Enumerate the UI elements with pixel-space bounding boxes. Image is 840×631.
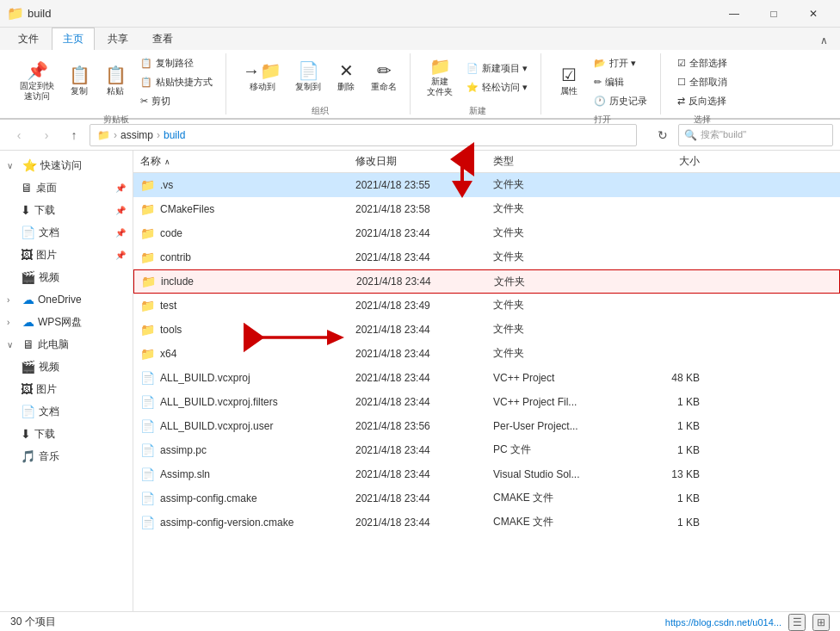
pin-to-quick-access-button[interactable]: 📌 固定到快速访问 <box>14 58 60 106</box>
sidebar-item-documents2[interactable]: 📄 文档 <box>0 400 133 423</box>
title-text: build <box>28 7 711 20</box>
new-item-icon: 📄 <box>466 63 479 74</box>
select-all-button[interactable]: ☑ 全部选择 <box>671 53 733 72</box>
file-row[interactable]: 📁x642021/4/18 23:44文件夹 <box>133 342 840 366</box>
file-row[interactable]: 📄Assimp.sln2021/4/18 23:44Visual Studio … <box>133 462 840 486</box>
file-date: 2021/4/18 23:44 <box>355 227 493 239</box>
sidebar-item-this-pc[interactable]: ∨ 🖥 此电脑 <box>0 333 133 356</box>
file-icon: 📄 <box>140 492 155 505</box>
file-row[interactable]: 📄ALL_BUILD.vcxproj.user2021/4/18 23:56Pe… <box>133 414 840 438</box>
file-row[interactable]: 📁contrib2021/4/18 23:44文件夹 <box>133 245 840 269</box>
tab-view[interactable]: 查看 <box>141 28 184 50</box>
file-row[interactable]: 📁include2021/4/18 23:44文件夹 <box>133 269 840 294</box>
tab-file[interactable]: 文件 <box>7 28 50 50</box>
file-row[interactable]: 📄assimp.pc2021/4/18 23:44PC 文件1 KB <box>133 438 840 462</box>
header-type[interactable]: 类型 <box>493 154 631 169</box>
file-row[interactable]: 📁.vs2021/4/18 23:55文件夹 <box>133 173 840 197</box>
sidebar-item-onedrive[interactable]: › ☁ OneDrive <box>0 288 133 311</box>
header-size[interactable]: 大小 <box>631 154 700 169</box>
open-small-btns: 📂 打开 ▾ ✏ 编辑 🕐 历史记录 <box>588 53 653 110</box>
close-button[interactable]: ✕ <box>794 0 833 28</box>
file-row[interactable]: 📄assimp-config-version.cmake2021/4/18 23… <box>133 510 840 535</box>
invert-selection-button[interactable]: ⇄ 反向选择 <box>671 91 733 110</box>
file-type: CMAKE 文件 <box>493 491 631 505</box>
file-name: x64 <box>160 348 341 360</box>
open-button[interactable]: 📂 打开 ▾ <box>588 53 653 72</box>
wps-icon: ☁ <box>22 315 34 329</box>
breadcrumb-build[interactable]: build <box>164 129 185 141</box>
sidebar-item-wps[interactable]: › ☁ WPS网盘 <box>0 311 133 333</box>
cut-button[interactable]: ✂ 剪切 <box>134 91 219 110</box>
file-row[interactable]: 📁test2021/4/18 23:49文件夹 <box>133 294 840 318</box>
delete-button[interactable]: ✕ 删除 <box>329 53 363 102</box>
file-row[interactable]: 📄ALL_BUILD.vcxproj.filters2021/4/18 23:4… <box>133 390 840 414</box>
main-area: ∨ ⭐ 快速访问 🖥 桌面 📌 ⬇ 下载 📌 📄 文档 📌 🖼 图片 📌 🎬 视… <box>0 151 840 611</box>
scissors-icon: ✂ <box>140 96 148 107</box>
sidebar-item-music[interactable]: 🎵 音乐 <box>0 445 133 467</box>
back-button[interactable]: ‹ <box>7 123 31 147</box>
edit-button[interactable]: ✏ 编辑 <box>588 72 653 91</box>
item-count: 30 个项目 <box>10 615 56 629</box>
grid-view-button[interactable]: ⊞ <box>812 614 830 631</box>
properties-icon: ☑ <box>561 66 577 84</box>
properties-button[interactable]: ☑ 属性 <box>552 58 586 106</box>
history-icon: 🕐 <box>594 96 606 107</box>
sidebar-item-downloads[interactable]: ⬇ 下载 📌 <box>0 199 133 221</box>
file-row[interactable]: 📄ALL_BUILD.vcxproj2021/4/18 23:44VC++ Pr… <box>133 366 840 390</box>
breadcrumb-assimp[interactable]: assimp <box>120 129 153 141</box>
list-view-button[interactable]: ☰ <box>788 614 806 631</box>
folder-icon: 📁 <box>140 226 155 240</box>
file-size: 13 KB <box>631 468 700 480</box>
refresh-button[interactable]: ↻ <box>651 123 675 147</box>
file-date: 2021/4/18 23:44 <box>356 275 494 288</box>
sidebar-item-pictures2[interactable]: 🖼 图片 <box>0 378 133 400</box>
breadcrumb-bar[interactable]: 📁 › assimp › build <box>90 124 637 146</box>
search-bar[interactable]: 🔍 搜索"build" <box>678 124 833 146</box>
paste-button[interactable]: 📋 粘贴 <box>98 58 133 106</box>
file-row[interactable]: 📁code2021/4/18 23:44文件夹 <box>133 221 840 245</box>
sidebar-item-videos2[interactable]: 🎬 视频 <box>0 356 133 378</box>
sidebar-item-documents[interactable]: 📄 文档 📌 <box>0 221 133 244</box>
copy-button[interactable]: 📋 复制 <box>62 58 96 106</box>
paste-shortcut-button[interactable]: 📋 粘贴快捷方式 <box>134 72 219 91</box>
move-to-button[interactable]: →📁 移动到 <box>237 53 287 102</box>
copy-path-icon: 📋 <box>140 58 152 69</box>
sidebar-label: 图片 <box>36 382 57 397</box>
maximize-button[interactable]: □ <box>754 0 794 28</box>
history-button[interactable]: 🕐 历史记录 <box>588 91 653 110</box>
rename-button[interactable]: ✏ 重命名 <box>365 53 403 102</box>
file-date: 2021/4/18 23:55 <box>355 179 493 191</box>
sidebar-item-quick-access[interactable]: ∨ ⭐ 快速访问 <box>0 154 133 176</box>
tab-home[interactable]: 主页 <box>52 28 95 50</box>
select-none-button[interactable]: ☐ 全部取消 <box>671 72 733 91</box>
music-icon: 🎵 <box>21 449 35 463</box>
file-row[interactable]: 📄assimp-config.cmake2021/4/18 23:44CMAKE… <box>133 486 840 510</box>
header-date[interactable]: 修改日期 <box>355 154 493 169</box>
folder-icon: 📁 <box>140 178 155 192</box>
new-item-button[interactable]: 📄 新建项目 ▾ <box>460 59 534 77</box>
copy-to-button[interactable]: 📄 复制到 <box>289 53 327 102</box>
copy-path-button[interactable]: 📋 复制路径 <box>134 53 219 72</box>
ribbon-collapse[interactable]: ∧ <box>815 31 833 50</box>
tab-share[interactable]: 共享 <box>96 28 139 50</box>
new-folder-button[interactable]: 📁 新建文件夹 <box>421 53 459 102</box>
pin-icon: 📌 <box>115 183 126 193</box>
file-date: 2021/4/18 23:44 <box>355 444 493 456</box>
up-button[interactable]: ↑ <box>62 123 86 147</box>
minimize-button[interactable]: — <box>714 0 754 28</box>
sidebar-item-desktop[interactable]: 🖥 桌面 📌 <box>0 176 133 199</box>
file-row[interactable]: 📁tools2021/4/18 23:44文件夹 <box>133 318 840 342</box>
sidebar-label: 视频 <box>39 270 59 285</box>
sidebar-label: 下载 <box>34 427 55 442</box>
file-type: 文件夹 <box>493 250 631 264</box>
forward-button[interactable]: › <box>34 123 59 147</box>
sidebar-item-pictures[interactable]: 🖼 图片 📌 <box>0 244 133 266</box>
file-date: 2021/4/18 23:56 <box>355 420 493 432</box>
file-row[interactable]: 📁CMakeFiles2021/4/18 23:58文件夹 <box>133 197 840 221</box>
header-name[interactable]: 名称 ∧ <box>140 154 355 169</box>
sidebar-item-videos[interactable]: 🎬 视频 <box>0 266 133 288</box>
sidebar-item-downloads2[interactable]: ⬇ 下载 <box>0 423 133 445</box>
easy-access-button[interactable]: ⭐ 轻松访问 ▾ <box>460 77 534 96</box>
file-name: .vs <box>160 179 341 191</box>
file-type: 文件夹 <box>493 201 631 216</box>
